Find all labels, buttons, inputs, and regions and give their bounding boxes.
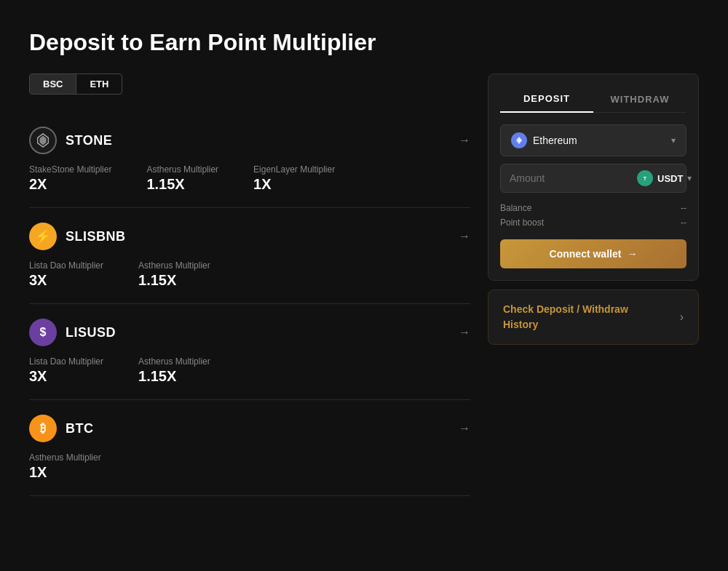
slisbnb-multipliers: Lista Dao Multiplier 3X Astherus Multipl…	[29, 260, 470, 289]
connect-wallet-arrow-icon: →	[627, 248, 637, 260]
point-boost-label: Point boost	[500, 217, 544, 228]
lisusd-multipliers: Lista Dao Multiplier 3X Astherus Multipl…	[29, 356, 470, 385]
action-tab-row: DEPOSIT WITHDRAW	[500, 86, 687, 113]
slisbnb-name: SLISBNB	[66, 229, 126, 244]
btc-name: BTC	[66, 421, 94, 436]
withdraw-tab[interactable]: WITHDRAW	[593, 86, 687, 112]
token-identity-slisbnb: ⚡ SLISBNB	[29, 223, 126, 250]
slisbnb-icon: ⚡	[29, 223, 57, 250]
usdt-icon: T	[637, 170, 653, 186]
lisusd-name: LISUSD	[66, 325, 116, 340]
history-card[interactable]: Check Deposit / WithdrawHistory ›	[488, 290, 699, 345]
token-header-slisbnb: ⚡ SLISBNB →	[29, 223, 470, 250]
stone-icon	[29, 127, 57, 154]
token-identity-btc: ₿ BTC	[29, 415, 94, 442]
page-container: Deposit to Earn Point Multiplier BSC ETH	[0, 0, 728, 571]
btc-arrow-icon[interactable]: →	[459, 422, 470, 435]
stone-multiplier-1: Astherus Multiplier 1.15X	[146, 164, 218, 193]
amount-input[interactable]	[510, 172, 637, 184]
main-content: BSC ETH STONE	[29, 73, 699, 556]
page-title: Deposit to Earn Point Multiplier	[29, 29, 699, 56]
deposit-tab[interactable]: DEPOSIT	[500, 86, 593, 113]
history-arrow-icon: ›	[680, 311, 684, 324]
network-label: Ethereum	[533, 135, 577, 146]
network-dropdown[interactable]: Ethereum ▾	[500, 124, 687, 156]
stone-multiplier-0: StakeStone Multiplier 2X	[29, 164, 111, 193]
slisbnb-multiplier-1: Astherus Multiplier 1.15X	[138, 260, 210, 289]
slisbnb-arrow-icon[interactable]: →	[459, 230, 470, 243]
lisusd-multiplier-1: Astherus Multiplier 1.15X	[138, 356, 210, 385]
btc-multiplier-0: Astherus Multiplier 1X	[29, 452, 101, 481]
lisusd-icon: $	[29, 319, 57, 346]
token-header-lisusd: $ LISUSD →	[29, 319, 470, 346]
token-chevron-icon: ▾	[687, 173, 692, 183]
btc-multipliers: Astherus Multiplier 1X	[29, 452, 470, 481]
stone-multiplier-2: EigenLayer Multiplier 1X	[253, 164, 335, 193]
left-panel: BSC ETH STONE	[29, 73, 470, 556]
point-boost-row: Point boost --	[500, 217, 687, 228]
token-header-btc: ₿ BTC →	[29, 415, 470, 442]
slisbnb-multiplier-0: Lista Dao Multiplier 3X	[29, 260, 103, 289]
right-panel: DEPOSIT WITHDRAW Ethereum ▾	[488, 73, 699, 556]
token-identity-lisusd: $ LISUSD	[29, 319, 116, 346]
stone-multipliers: StakeStone Multiplier 2X Astherus Multip…	[29, 164, 470, 193]
svg-text:T: T	[644, 176, 647, 181]
token-header-stone: STONE →	[29, 127, 470, 154]
token-list: STONE → StakeStone Multiplier 2X Astheru…	[29, 112, 470, 496]
connect-wallet-button[interactable]: Connect wallet →	[500, 239, 687, 268]
deposit-withdraw-card: DEPOSIT WITHDRAW Ethereum ▾	[488, 73, 699, 281]
token-select[interactable]: T USDT ▾	[637, 170, 692, 186]
chain-tab-eth[interactable]: ETH	[76, 74, 122, 94]
network-chevron-icon: ▾	[671, 135, 676, 145]
stone-arrow-icon[interactable]: →	[459, 134, 470, 147]
chain-tab-bsc[interactable]: BSC	[30, 74, 76, 94]
svg-marker-1	[39, 136, 46, 145]
lisusd-multiplier-0: Lista Dao Multiplier 3X	[29, 356, 103, 385]
balance-label: Balance	[500, 203, 531, 213]
history-label: Check Deposit / WithdrawHistory	[503, 302, 628, 332]
lisusd-arrow-icon[interactable]: →	[459, 326, 470, 339]
connect-wallet-label: Connect wallet	[550, 248, 622, 260]
chain-tabs: BSC ETH	[29, 73, 122, 95]
token-identity-stone: STONE	[29, 127, 112, 154]
token-item-stone: STONE → StakeStone Multiplier 2X Astheru…	[29, 112, 470, 208]
balance-value: --	[681, 203, 687, 213]
ethereum-icon	[511, 132, 527, 148]
token-item-btc: ₿ BTC → Astherus Multiplier 1X	[29, 400, 470, 496]
amount-input-row: T USDT ▾	[500, 164, 687, 193]
stone-name: STONE	[66, 133, 112, 148]
btc-icon: ₿	[29, 415, 57, 442]
token-item-slisbnb: ⚡ SLISBNB → Lista Dao Multiplier 3X Asth…	[29, 208, 470, 304]
balance-row: Balance --	[500, 203, 687, 213]
token-item-lisusd: $ LISUSD → Lista Dao Multiplier 3X Asthe…	[29, 304, 470, 400]
usdt-label: USDT	[657, 173, 683, 184]
point-boost-value: --	[681, 217, 687, 228]
info-rows: Balance -- Point boost --	[500, 203, 687, 228]
